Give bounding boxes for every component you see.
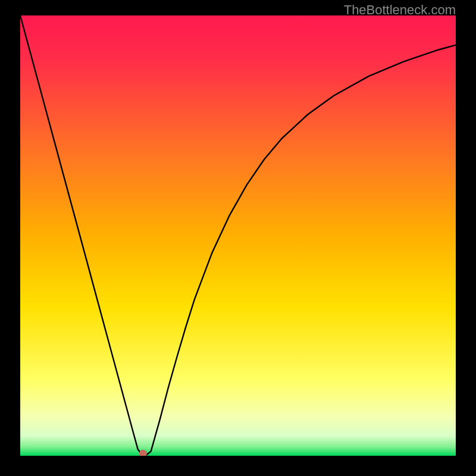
watermark-text: TheBottleneck.com [344, 2, 456, 18]
gradient-background [20, 15, 456, 456]
bottleneck-chart [20, 15, 456, 456]
chart-frame [20, 15, 456, 456]
